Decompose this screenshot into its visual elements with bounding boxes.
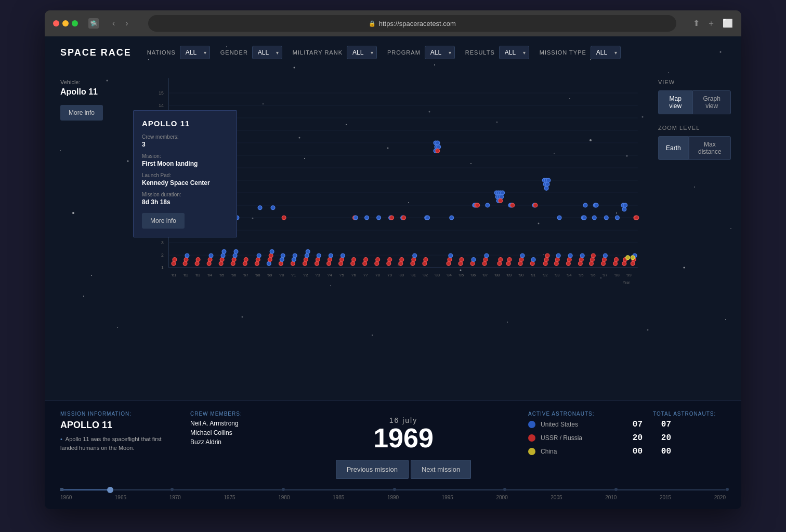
view-label: View <box>658 79 731 85</box>
minimize-button[interactable] <box>62 20 69 26</box>
svg-point-290 <box>631 261 635 265</box>
svg-point-244 <box>519 258 523 262</box>
svg-point-222 <box>476 203 480 207</box>
svg-point-259 <box>554 261 558 265</box>
svg-point-218 <box>471 258 476 262</box>
window-controls <box>53 20 78 26</box>
svg-point-174 <box>327 261 331 265</box>
svg-point-152 <box>256 258 260 262</box>
svg-point-208 <box>424 258 428 262</box>
close-button[interactable] <box>53 20 59 26</box>
svg-point-191 <box>388 258 392 262</box>
earth-zoom-button[interactable]: Earth <box>658 136 689 160</box>
svg-point-199 <box>436 149 440 153</box>
graph-view-button[interactable]: Graph view <box>692 90 731 114</box>
svg-point-158 <box>270 249 274 254</box>
svg-point-128 <box>172 261 176 265</box>
russia-total-stat: 20 <box>653 433 726 443</box>
svg-text:Year: Year <box>623 281 630 284</box>
map-view-button[interactable]: Map view <box>658 90 692 114</box>
svg-point-187 <box>375 261 379 265</box>
svg-point-268 <box>580 254 584 258</box>
popup-launch-pad-value: Kennedy Space Center <box>142 179 228 187</box>
popup-crew-value: 3 <box>142 141 228 148</box>
back-button[interactable]: ‹ <box>109 18 118 29</box>
timeline-year-1975: 1975 <box>224 495 235 500</box>
vehicle-more-info-button[interactable]: More info <box>60 105 103 121</box>
previous-mission-button[interactable]: Previous mission <box>336 460 409 479</box>
maximize-button[interactable] <box>72 20 78 26</box>
app-logo: SPACE RACE <box>60 47 132 58</box>
gender-select-wrap: ALL <box>252 46 282 59</box>
svg-point-279 <box>602 258 607 262</box>
svg-point-206 <box>413 254 417 258</box>
svg-text:'76: '76 <box>351 273 356 277</box>
share-icon[interactable]: ⬆ <box>693 18 700 29</box>
svg-point-179 <box>341 254 345 258</box>
svg-text:'85: '85 <box>459 273 464 277</box>
svg-point-260 <box>555 258 559 262</box>
zoom-buttons-group: Earth Max distance <box>658 136 731 160</box>
us-flag-icon <box>528 421 535 428</box>
program-select[interactable]: ALL <box>425 46 455 59</box>
us-active-stat: United States 07 <box>528 420 643 429</box>
svg-text:'67: '67 <box>243 273 248 277</box>
popup-crew-label: Crew members: <box>142 134 228 140</box>
new-tab-icon[interactable]: ＋ <box>707 18 715 29</box>
timeline-year-1960: 1960 <box>60 495 72 500</box>
svg-text:'78: '78 <box>375 273 380 277</box>
program-select-wrap: ALL <box>425 46 455 59</box>
popup-more-info-button[interactable]: More info <box>142 213 185 229</box>
military-rank-filter-label: MILITARY RANK <box>293 49 343 56</box>
tab-bar: 🛸 <box>88 18 99 29</box>
view-buttons-group: Map view Graph view <box>658 90 731 114</box>
svg-point-150 <box>244 258 248 262</box>
timeline-handle[interactable] <box>107 487 113 493</box>
max-distance-zoom-button[interactable]: Max distance <box>689 136 731 160</box>
forward-button[interactable]: › <box>122 18 131 29</box>
gender-filter-group: GENDER ALL <box>220 46 282 59</box>
svg-text:2: 2 <box>161 252 164 258</box>
svg-point-230 <box>501 191 505 195</box>
gender-filter-label: GENDER <box>220 49 248 56</box>
results-select[interactable]: ALL <box>499 46 529 59</box>
svg-text:'95: '95 <box>579 273 584 277</box>
nations-select[interactable]: ALL <box>180 46 210 59</box>
svg-text:'94: '94 <box>567 273 572 277</box>
mission-type-select[interactable]: ALL <box>591 46 621 59</box>
timeline-tick-1965 <box>171 488 174 491</box>
svg-text:'87: '87 <box>482 273 488 277</box>
svg-point-137 <box>209 254 213 258</box>
svg-point-265 <box>568 254 572 258</box>
total-astronauts-label: Total astronauts: <box>653 411 726 417</box>
timeline-year-1990: 1990 <box>387 495 399 500</box>
sidebar-icon[interactable]: ⬜ <box>723 18 733 29</box>
svg-point-288 <box>622 261 626 265</box>
timeline-track[interactable] <box>60 489 726 490</box>
military-rank-select[interactable]: ALL <box>347 46 377 59</box>
svg-point-277 <box>594 203 598 207</box>
svg-text:'99: '99 <box>626 273 632 277</box>
svg-point-167 <box>303 261 307 265</box>
address-bar[interactable]: 🔒 https://spaceracetest.com <box>148 15 676 32</box>
svg-point-177 <box>339 261 343 265</box>
timeline-labels: 1960 1965 1970 1975 1980 1985 1990 1995 … <box>60 495 726 500</box>
svg-point-242 <box>510 203 515 207</box>
us-total-count: 07 <box>653 420 671 429</box>
gender-select[interactable]: ALL <box>252 46 282 59</box>
svg-text:'72: '72 <box>303 273 308 277</box>
svg-point-270 <box>582 216 586 220</box>
results-select-wrap: ALL <box>499 46 529 59</box>
svg-point-235 <box>499 199 503 203</box>
russia-total-count: 20 <box>653 433 671 443</box>
svg-point-286 <box>623 203 627 207</box>
svg-point-139 <box>220 258 224 262</box>
svg-point-224 <box>483 258 488 262</box>
timeline-progress <box>60 489 113 490</box>
next-mission-button[interactable]: Next mission <box>411 460 471 479</box>
svg-point-151 <box>255 261 259 265</box>
svg-point-287 <box>622 207 626 211</box>
svg-text:'75: '75 <box>339 273 344 277</box>
timeline-year-2020: 2020 <box>714 495 726 500</box>
russia-active-count: 20 <box>624 433 643 443</box>
